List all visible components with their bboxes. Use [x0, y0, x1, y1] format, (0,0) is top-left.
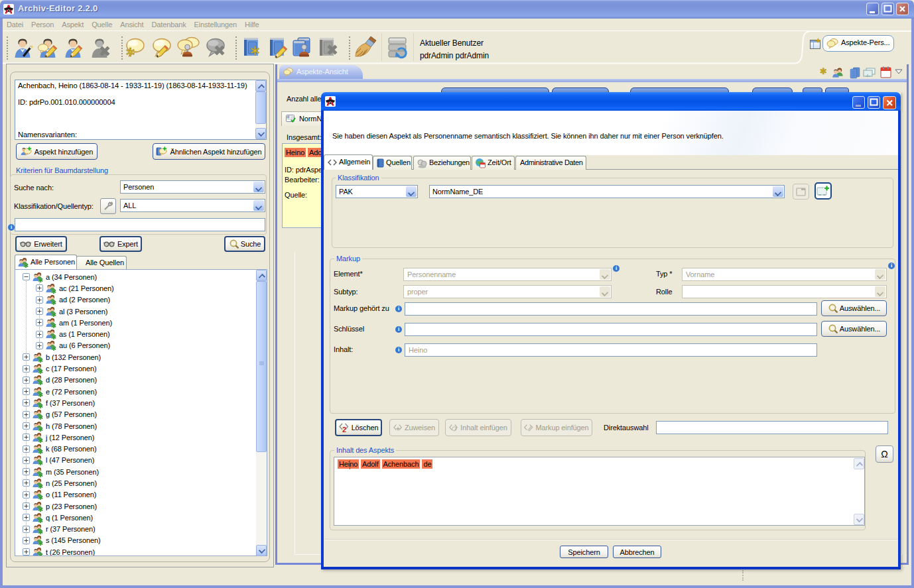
- svg-text:2: 2: [342, 426, 346, 433]
